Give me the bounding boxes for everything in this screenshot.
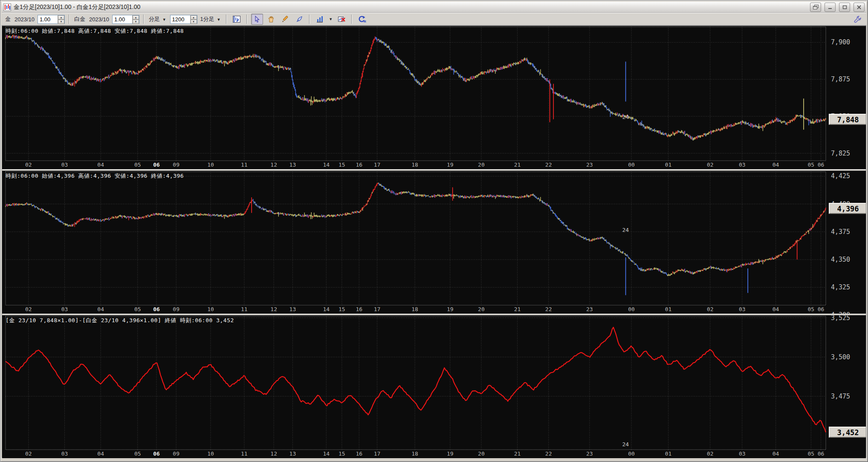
title-bar[interactable]: 金1分足[2023/10]1.00 - 白金1分足[2023/10]1.00 [2,2,866,13]
select-cursor-button[interactable] [251,14,263,25]
y-tick-label: 3,500 [831,353,866,361]
spinner-arrows[interactable]: ▲▼ [132,15,139,23]
spread-x-axis: 0203040506091011121314151617181920212223… [3,450,828,458]
indicator-bars-icon [316,15,324,23]
x-tick-label: 02 [25,162,32,168]
platinum-candlestick-plot [3,171,828,306]
x-tick-label: 14 [323,450,330,457]
x-tick-label: 05 [808,162,815,168]
platinum-month-label: 2023/10 [88,16,110,23]
platinum-multiplier-value[interactable]: 1.00 [113,15,132,23]
platinum-x-axis: 0203040506091011121314151617181920212223… [3,306,828,313]
x-tick-label: 19 [447,162,454,168]
x-tick-label: 03 [739,306,746,312]
platinum-label: 白金 [73,15,86,23]
draw-line-icon [281,15,289,23]
x-tick-label: 17 [374,450,381,457]
x-tick-label: 22 [545,306,552,312]
remove-chart-button[interactable] [336,14,347,25]
x-tick-label: 04 [773,306,779,312]
x-tick-label: 15 [339,450,345,457]
x-tick-label: 21 [514,162,521,168]
x-tick-label: 18 [411,450,418,457]
toolbar-separator [69,14,69,24]
gold-current-price-label: 7,848 [829,114,866,125]
x-tick-label: 22 [545,450,552,457]
pan-hand-button[interactable] [265,14,277,25]
x-tick-label: 06 [153,450,160,457]
x-tick-label: 06 [818,306,825,312]
platinum-multiplier-spinner[interactable]: 1.00 ▲▼ [112,15,139,24]
toolbar-separator [143,14,144,24]
x-tick-label: 16 [356,162,362,168]
spin-up-icon[interactable]: ▲ [58,15,64,20]
x-tick-label: 13 [289,306,296,312]
x-tick-label: 11 [241,162,248,168]
x-tick-label: 05 [134,306,141,312]
x-tick-label: 09 [173,450,179,457]
spin-up-icon[interactable]: ▲ [191,15,197,20]
y-tick-label: 4,325 [831,283,866,291]
x-tick-label: 03 [61,306,68,312]
chevron-down-icon[interactable]: ▼ [328,17,333,21]
gold-x-axis: 0203040506091011121314151617181920212223… [3,162,828,169]
chart-panel-gold[interactable]: 時刻:06:00 始値:7,848 高値:7,848 安値:7,848 終値:7… [2,26,866,169]
platinum-ohlc-info: 時刻:06:00 始値:4,396 高値:4,396 安値:4,396 終値:4… [6,172,184,180]
minimize-icon [828,5,832,9]
x-tick-label: 20 [478,450,485,457]
x-tick-label: 16 [356,450,362,457]
spin-down-icon[interactable]: ▼ [133,20,139,24]
reload-button[interactable]: R [356,14,368,25]
chart-style-button[interactable] [231,14,243,25]
gold-month-label: 2023/10 [14,16,35,23]
bar-type-dropdown[interactable]: 分足 ▼ [148,15,168,23]
x-tick-label: 02 [707,306,714,312]
x-tick-label: 04 [97,450,104,457]
spinner-arrows[interactable]: ▲▼ [58,15,64,23]
maximize-button[interactable] [839,3,850,12]
x-tick-label: 00 [628,306,635,312]
x-tick-label: 04 [773,450,779,457]
x-tick-label: 18 [411,162,418,168]
restore-window-button[interactable] [810,3,821,12]
x-tick-label: 09 [173,162,179,168]
gold-multiplier-value[interactable]: 1.00 [38,15,58,23]
x-tick-label: 10 [207,162,214,168]
spin-up-icon[interactable]: ▲ [133,15,139,20]
x-tick-label: 04 [773,162,779,168]
chart-panel-spread[interactable]: [金 23/10 7,848×1.00]-[白金 23/10 4,396×1.0… [2,315,866,458]
minimize-button[interactable] [825,3,836,12]
spin-down-icon[interactable]: ▼ [58,20,64,24]
window-title: 金1分足[2023/10]1.00 - 白金1分足[2023/10]1.00 [14,3,140,11]
x-tick-label: 05 [134,450,141,457]
bar-count-value[interactable]: 1200 [171,15,190,23]
bar-count-spinner[interactable]: 1200 ▲▼ [170,15,197,24]
x-tick-label: 10 [207,306,214,312]
charts-area: 時刻:06:00 始値:7,848 高値:7,848 安値:7,848 終値:7… [2,26,866,458]
x-tick-label: 06 [818,450,825,457]
x-tick-label: 20 [478,306,485,312]
y-tick-label: 4,300 [831,311,866,314]
draw-line-button[interactable] [279,14,291,25]
interval-dropdown[interactable]: 1分足 ▼ [200,15,223,23]
settings-wrench-button[interactable] [852,14,864,25]
spin-down-icon[interactable]: ▼ [191,20,197,24]
gold-multiplier-spinner[interactable]: 1.00 ▲▼ [38,15,65,24]
indicator-bars-button[interactable] [314,14,326,25]
chart-panel-platinum[interactable]: 時刻:06:00 始値:4,396 高値:4,396 安値:4,396 終値:4… [2,171,866,314]
x-tick-label: 19 [447,450,454,457]
draw-pen-button[interactable] [293,14,305,25]
y-tick-label: 4,350 [831,256,866,263]
spinner-arrows[interactable]: ▲▼ [190,15,197,23]
toolbar-separator [226,14,227,24]
x-tick-label: 05 [808,306,815,312]
x-tick-label: 11 [241,306,248,312]
x-tick-label: 02 [25,306,32,312]
x-tick-label: 20 [478,162,485,168]
x-tick-label: 03 [61,162,68,168]
x-tick-label: 15 [339,306,345,312]
close-button[interactable] [854,3,865,12]
x-tick-label: 11 [241,450,248,457]
remove-chart-icon [338,15,345,23]
x-tick-label: 21 [514,306,521,312]
